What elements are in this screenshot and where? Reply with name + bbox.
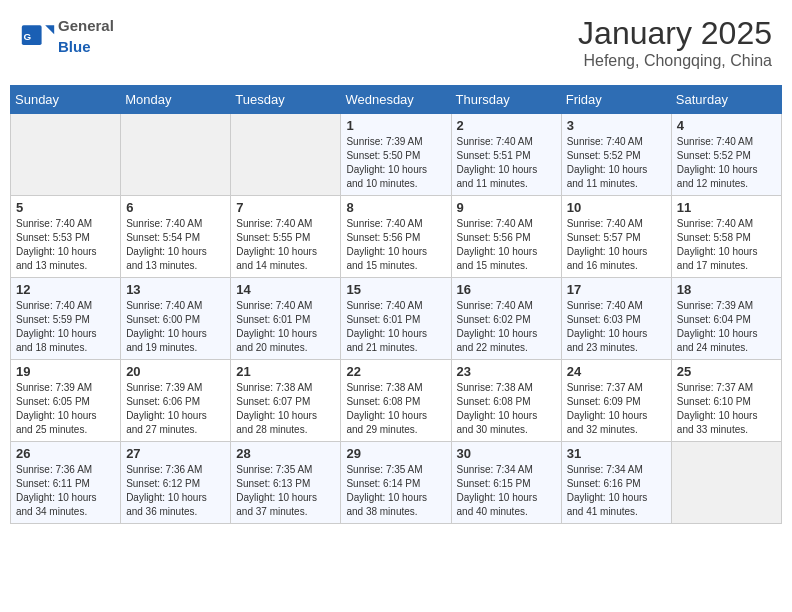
day-number: 4 bbox=[677, 118, 776, 133]
calendar-header-row: SundayMondayTuesdayWednesdayThursdayFrid… bbox=[11, 86, 782, 114]
calendar-week-row: 19Sunrise: 7:39 AM Sunset: 6:05 PM Dayli… bbox=[11, 360, 782, 442]
day-number: 15 bbox=[346, 282, 445, 297]
calendar-cell: 4Sunrise: 7:40 AM Sunset: 5:52 PM Daylig… bbox=[671, 114, 781, 196]
calendar-cell: 6Sunrise: 7:40 AM Sunset: 5:54 PM Daylig… bbox=[121, 196, 231, 278]
calendar-subtitle: Hefeng, Chongqing, China bbox=[578, 52, 772, 70]
calendar-cell: 20Sunrise: 7:39 AM Sunset: 6:06 PM Dayli… bbox=[121, 360, 231, 442]
day-info: Sunrise: 7:40 AM Sunset: 5:53 PM Dayligh… bbox=[16, 217, 115, 273]
day-number: 23 bbox=[457, 364, 556, 379]
calendar-cell: 14Sunrise: 7:40 AM Sunset: 6:01 PM Dayli… bbox=[231, 278, 341, 360]
day-info: Sunrise: 7:35 AM Sunset: 6:14 PM Dayligh… bbox=[346, 463, 445, 519]
day-number: 16 bbox=[457, 282, 556, 297]
calendar-cell: 1Sunrise: 7:39 AM Sunset: 5:50 PM Daylig… bbox=[341, 114, 451, 196]
calendar-day-header: Saturday bbox=[671, 86, 781, 114]
day-info: Sunrise: 7:35 AM Sunset: 6:13 PM Dayligh… bbox=[236, 463, 335, 519]
day-info: Sunrise: 7:39 AM Sunset: 5:50 PM Dayligh… bbox=[346, 135, 445, 191]
calendar-cell: 3Sunrise: 7:40 AM Sunset: 5:52 PM Daylig… bbox=[561, 114, 671, 196]
day-info: Sunrise: 7:37 AM Sunset: 6:09 PM Dayligh… bbox=[567, 381, 666, 437]
day-number: 5 bbox=[16, 200, 115, 215]
day-number: 27 bbox=[126, 446, 225, 461]
day-number: 20 bbox=[126, 364, 225, 379]
day-number: 29 bbox=[346, 446, 445, 461]
calendar-cell: 26Sunrise: 7:36 AM Sunset: 6:11 PM Dayli… bbox=[11, 442, 121, 524]
day-info: Sunrise: 7:40 AM Sunset: 5:52 PM Dayligh… bbox=[677, 135, 776, 191]
calendar-day-header: Sunday bbox=[11, 86, 121, 114]
day-number: 12 bbox=[16, 282, 115, 297]
calendar-cell: 24Sunrise: 7:37 AM Sunset: 6:09 PM Dayli… bbox=[561, 360, 671, 442]
calendar-day-header: Monday bbox=[121, 86, 231, 114]
day-info: Sunrise: 7:40 AM Sunset: 5:52 PM Dayligh… bbox=[567, 135, 666, 191]
day-info: Sunrise: 7:37 AM Sunset: 6:10 PM Dayligh… bbox=[677, 381, 776, 437]
calendar-cell: 19Sunrise: 7:39 AM Sunset: 6:05 PM Dayli… bbox=[11, 360, 121, 442]
calendar-cell: 11Sunrise: 7:40 AM Sunset: 5:58 PM Dayli… bbox=[671, 196, 781, 278]
svg-marker-2 bbox=[45, 25, 54, 34]
day-info: Sunrise: 7:40 AM Sunset: 5:55 PM Dayligh… bbox=[236, 217, 335, 273]
calendar-week-row: 12Sunrise: 7:40 AM Sunset: 5:59 PM Dayli… bbox=[11, 278, 782, 360]
day-number: 17 bbox=[567, 282, 666, 297]
title-section: January 2025 Hefeng, Chongqing, China bbox=[578, 15, 772, 70]
calendar-cell: 31Sunrise: 7:34 AM Sunset: 6:16 PM Dayli… bbox=[561, 442, 671, 524]
calendar-week-row: 1Sunrise: 7:39 AM Sunset: 5:50 PM Daylig… bbox=[11, 114, 782, 196]
day-number: 22 bbox=[346, 364, 445, 379]
calendar-day-header: Tuesday bbox=[231, 86, 341, 114]
calendar-day-header: Wednesday bbox=[341, 86, 451, 114]
day-number: 13 bbox=[126, 282, 225, 297]
day-number: 26 bbox=[16, 446, 115, 461]
calendar-cell: 18Sunrise: 7:39 AM Sunset: 6:04 PM Dayli… bbox=[671, 278, 781, 360]
day-info: Sunrise: 7:40 AM Sunset: 6:02 PM Dayligh… bbox=[457, 299, 556, 355]
day-number: 1 bbox=[346, 118, 445, 133]
calendar-day-header: Thursday bbox=[451, 86, 561, 114]
day-info: Sunrise: 7:40 AM Sunset: 5:51 PM Dayligh… bbox=[457, 135, 556, 191]
day-info: Sunrise: 7:39 AM Sunset: 6:04 PM Dayligh… bbox=[677, 299, 776, 355]
calendar-cell: 28Sunrise: 7:35 AM Sunset: 6:13 PM Dayli… bbox=[231, 442, 341, 524]
day-number: 11 bbox=[677, 200, 776, 215]
calendar-week-row: 26Sunrise: 7:36 AM Sunset: 6:11 PM Dayli… bbox=[11, 442, 782, 524]
calendar-cell: 5Sunrise: 7:40 AM Sunset: 5:53 PM Daylig… bbox=[11, 196, 121, 278]
logo-general: General bbox=[58, 17, 114, 34]
day-info: Sunrise: 7:39 AM Sunset: 6:05 PM Dayligh… bbox=[16, 381, 115, 437]
day-number: 2 bbox=[457, 118, 556, 133]
day-info: Sunrise: 7:38 AM Sunset: 6:08 PM Dayligh… bbox=[346, 381, 445, 437]
day-info: Sunrise: 7:40 AM Sunset: 6:01 PM Dayligh… bbox=[346, 299, 445, 355]
calendar-cell: 10Sunrise: 7:40 AM Sunset: 5:57 PM Dayli… bbox=[561, 196, 671, 278]
calendar-cell: 27Sunrise: 7:36 AM Sunset: 6:12 PM Dayli… bbox=[121, 442, 231, 524]
calendar-cell: 23Sunrise: 7:38 AM Sunset: 6:08 PM Dayli… bbox=[451, 360, 561, 442]
calendar-cell: 7Sunrise: 7:40 AM Sunset: 5:55 PM Daylig… bbox=[231, 196, 341, 278]
day-number: 9 bbox=[457, 200, 556, 215]
day-number: 24 bbox=[567, 364, 666, 379]
day-number: 10 bbox=[567, 200, 666, 215]
calendar-cell: 8Sunrise: 7:40 AM Sunset: 5:56 PM Daylig… bbox=[341, 196, 451, 278]
calendar-week-row: 5Sunrise: 7:40 AM Sunset: 5:53 PM Daylig… bbox=[11, 196, 782, 278]
day-number: 14 bbox=[236, 282, 335, 297]
calendar-cell: 30Sunrise: 7:34 AM Sunset: 6:15 PM Dayli… bbox=[451, 442, 561, 524]
day-info: Sunrise: 7:40 AM Sunset: 5:54 PM Dayligh… bbox=[126, 217, 225, 273]
day-info: Sunrise: 7:40 AM Sunset: 5:59 PM Dayligh… bbox=[16, 299, 115, 355]
day-info: Sunrise: 7:40 AM Sunset: 6:00 PM Dayligh… bbox=[126, 299, 225, 355]
day-info: Sunrise: 7:38 AM Sunset: 6:08 PM Dayligh… bbox=[457, 381, 556, 437]
day-info: Sunrise: 7:40 AM Sunset: 6:03 PM Dayligh… bbox=[567, 299, 666, 355]
day-number: 21 bbox=[236, 364, 335, 379]
day-info: Sunrise: 7:40 AM Sunset: 5:58 PM Dayligh… bbox=[677, 217, 776, 273]
day-number: 28 bbox=[236, 446, 335, 461]
day-number: 3 bbox=[567, 118, 666, 133]
day-info: Sunrise: 7:38 AM Sunset: 6:07 PM Dayligh… bbox=[236, 381, 335, 437]
day-info: Sunrise: 7:40 AM Sunset: 5:56 PM Dayligh… bbox=[457, 217, 556, 273]
calendar-cell: 2Sunrise: 7:40 AM Sunset: 5:51 PM Daylig… bbox=[451, 114, 561, 196]
day-info: Sunrise: 7:36 AM Sunset: 6:11 PM Dayligh… bbox=[16, 463, 115, 519]
calendar-cell: 9Sunrise: 7:40 AM Sunset: 5:56 PM Daylig… bbox=[451, 196, 561, 278]
calendar-title: January 2025 bbox=[578, 15, 772, 52]
calendar-cell: 25Sunrise: 7:37 AM Sunset: 6:10 PM Dayli… bbox=[671, 360, 781, 442]
day-number: 18 bbox=[677, 282, 776, 297]
calendar-cell: 29Sunrise: 7:35 AM Sunset: 6:14 PM Dayli… bbox=[341, 442, 451, 524]
calendar-cell: 15Sunrise: 7:40 AM Sunset: 6:01 PM Dayli… bbox=[341, 278, 451, 360]
calendar-cell: 17Sunrise: 7:40 AM Sunset: 6:03 PM Dayli… bbox=[561, 278, 671, 360]
calendar-cell: 22Sunrise: 7:38 AM Sunset: 6:08 PM Dayli… bbox=[341, 360, 451, 442]
calendar-day-header: Friday bbox=[561, 86, 671, 114]
page-header: G General Blue January 2025 Hefeng, Chon… bbox=[10, 10, 782, 75]
calendar-cell: 16Sunrise: 7:40 AM Sunset: 6:02 PM Dayli… bbox=[451, 278, 561, 360]
day-info: Sunrise: 7:40 AM Sunset: 5:56 PM Dayligh… bbox=[346, 217, 445, 273]
calendar-cell bbox=[11, 114, 121, 196]
day-info: Sunrise: 7:40 AM Sunset: 6:01 PM Dayligh… bbox=[236, 299, 335, 355]
calendar-cell bbox=[231, 114, 341, 196]
logo: G General Blue bbox=[20, 15, 114, 57]
